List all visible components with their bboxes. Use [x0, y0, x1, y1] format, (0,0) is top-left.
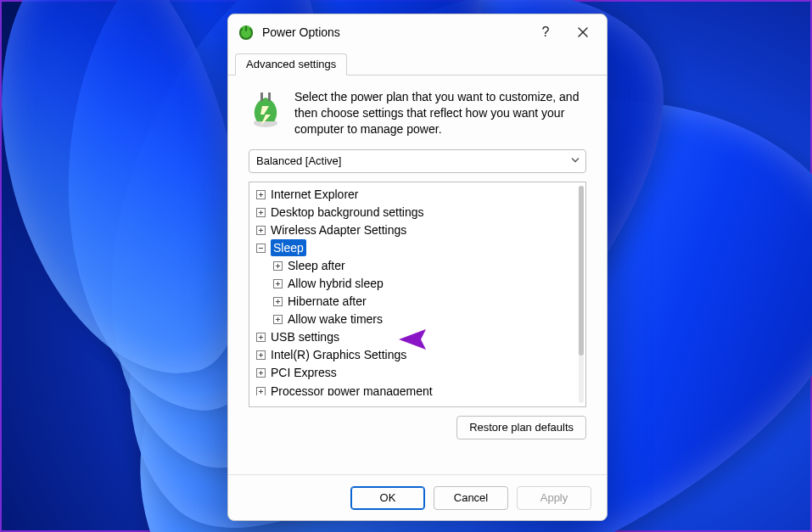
- tree-label: USB settings: [271, 328, 339, 345]
- tree-item-usb-settings[interactable]: USB settings: [251, 328, 575, 346]
- tree-item-wireless-adapter[interactable]: Wireless Adapter Settings: [251, 221, 575, 239]
- scrollbar-thumb[interactable]: [579, 186, 584, 356]
- dialog-body: Select the power plan that you want to c…: [228, 76, 607, 474]
- help-button[interactable]: ?: [527, 20, 564, 45]
- expand-icon[interactable]: [256, 333, 266, 342]
- tab-advanced-settings[interactable]: Advanced settings: [235, 53, 347, 76]
- titlebar[interactable]: Power Options ?: [228, 14, 607, 50]
- expand-icon[interactable]: [256, 226, 266, 235]
- close-icon: [578, 27, 588, 37]
- expand-icon[interactable]: [273, 297, 283, 306]
- tree-label: Sleep after: [288, 257, 345, 274]
- expand-icon[interactable]: [273, 279, 283, 288]
- expand-icon[interactable]: [256, 350, 266, 360]
- intro-text: Select the power plan that you want to c…: [294, 89, 586, 137]
- svg-rect-4: [268, 92, 271, 101]
- tree-label: Wireless Adapter Settings: [271, 221, 406, 238]
- svg-rect-3: [260, 92, 263, 101]
- tree-label: Allow wake timers: [288, 311, 383, 328]
- tree-label: Desktop background settings: [271, 204, 424, 221]
- tree-label: Processor power management: [271, 383, 433, 395]
- tree-item-processor-power[interactable]: Processor power management: [251, 383, 575, 395]
- collapse-icon[interactable]: [256, 244, 266, 253]
- expand-icon[interactable]: [256, 368, 266, 378]
- close-button[interactable]: [564, 20, 602, 45]
- tree-label: Intel(R) Graphics Settings: [271, 346, 406, 363]
- settings-tree: Internet Explorer Desktop background set…: [249, 182, 586, 407]
- tree-item-hybrid-sleep[interactable]: Allow hybrid sleep: [251, 275, 575, 293]
- window-title: Power Options: [262, 25, 527, 39]
- tree-item-desktop-background[interactable]: Desktop background settings: [251, 204, 575, 221]
- power-plan-selected: Balanced [Active]: [256, 154, 341, 167]
- tab-strip: Advanced settings: [228, 50, 607, 76]
- svg-rect-1: [245, 25, 247, 31]
- expand-icon[interactable]: [256, 208, 266, 217]
- chevron-down-icon: [570, 154, 580, 167]
- tree-label: Allow hybrid sleep: [288, 275, 384, 292]
- desktop-background: Power Options ? Advanced settings: [0, 0, 812, 532]
- power-options-dialog: Power Options ? Advanced settings: [227, 14, 608, 521]
- tree-label: PCI Express: [271, 364, 337, 381]
- tree-label-selected: Sleep: [271, 239, 306, 256]
- power-plan-dropdown[interactable]: Balanced [Active]: [249, 149, 586, 173]
- cancel-button[interactable]: Cancel: [434, 486, 508, 510]
- tree-item-sleep-after[interactable]: Sleep after: [251, 257, 575, 275]
- tree-item-hibernate-after[interactable]: Hibernate after: [251, 293, 575, 311]
- tree-item-sleep[interactable]: Sleep: [251, 239, 575, 257]
- ok-button[interactable]: OK: [350, 486, 425, 510]
- dialog-footer: OK Cancel Apply: [228, 474, 607, 520]
- intro-row: Select the power plan that you want to c…: [249, 89, 586, 137]
- tree-item-pci-express[interactable]: PCI Express: [251, 364, 575, 382]
- power-options-icon: [237, 23, 255, 42]
- tree-label: Hibernate after: [288, 293, 367, 310]
- tree-item-intel-graphics[interactable]: Intel(R) Graphics Settings: [251, 346, 575, 364]
- tree-item-allow-wake-timers[interactable]: Allow wake timers: [251, 311, 575, 328]
- power-plan-icon: [249, 89, 283, 130]
- apply-button: Apply: [517, 486, 591, 510]
- expand-icon[interactable]: [256, 190, 266, 199]
- tree-item-internet-explorer[interactable]: Internet Explorer: [251, 186, 575, 204]
- expand-icon[interactable]: [273, 261, 283, 271]
- restore-defaults-button[interactable]: Restore plan defaults: [456, 416, 586, 440]
- expand-icon[interactable]: [256, 387, 266, 395]
- tree-label: Internet Explorer: [271, 186, 359, 203]
- expand-icon[interactable]: [273, 315, 283, 324]
